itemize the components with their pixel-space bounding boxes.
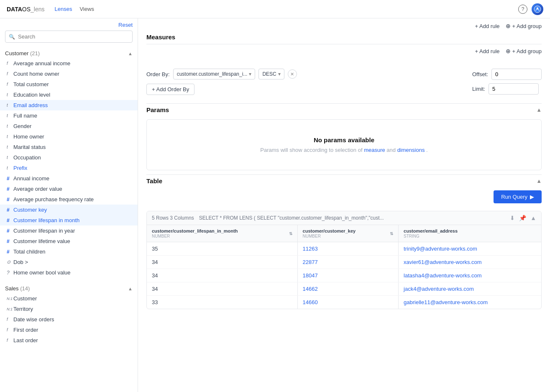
cell-lifespan: 34 — [147, 269, 297, 282]
nav-views[interactable]: Views — [79, 6, 94, 12]
item-type-icon: t — [7, 124, 11, 128]
brand-os: OS — [22, 6, 31, 13]
key-link[interactable]: 14662 — [303, 286, 318, 292]
sidebar-item[interactable]: # Average order value — [0, 184, 138, 194]
sidebar-item[interactable]: ? Home owner bool value — [0, 267, 138, 278]
order-field-select[interactable]: customer.customer_lifespan_i... ▾ — [173, 69, 256, 79]
sidebar-item[interactable]: f Date wise orders — [0, 314, 138, 325]
chevron-down-icon: ▾ — [249, 71, 251, 77]
sidebar-item[interactable]: # Average purchase frequency rate — [0, 194, 138, 205]
customer-chevron-icon: ▲ — [128, 51, 133, 56]
measures-add-group-button[interactable]: ⊕ + Add group — [506, 48, 542, 54]
email-link[interactable]: latasha4@adventure-works.com — [404, 272, 482, 279]
key-link[interactable]: 11263 — [303, 246, 318, 252]
right-panel: + Add rule ⊕ + Add group Measures + Add … — [138, 18, 550, 392]
cell-email: xavier61@adventure-works.com — [399, 256, 541, 269]
clear-order-button[interactable]: ✕ — [288, 69, 297, 79]
user-avatar[interactable] — [532, 3, 543, 15]
sales-section-header[interactable]: Sales (14) ▲ — [0, 282, 138, 293]
customer-section-header[interactable]: Customer (21) ▲ — [0, 47, 138, 58]
brand-logo: DATAOS_lens — [7, 6, 45, 13]
sidebar-item[interactable]: f Count home owner — [0, 69, 138, 79]
limit-input[interactable] — [489, 83, 539, 95]
params-sub-highlight: measure — [364, 147, 385, 153]
sidebar-item[interactable]: f Total customer — [0, 79, 138, 90]
sort-icon[interactable]: ⇅ — [289, 231, 292, 236]
reset-button[interactable]: Reset — [118, 22, 133, 28]
sidebar-item[interactable]: t Prefix — [0, 163, 138, 173]
sidebar-item[interactable]: # Total children — [0, 246, 138, 257]
add-group-label: + Add group — [512, 23, 542, 29]
nav-lenses[interactable]: Lenses — [55, 6, 72, 12]
cell-key: 14662 — [297, 282, 399, 296]
sidebar-item[interactable]: # Annual income — [0, 173, 138, 184]
email-link[interactable]: gabrielle11@adventure-works.com — [404, 299, 488, 305]
sidebar-item[interactable]: # Customer lifespan in month — [0, 215, 138, 225]
order-direction-select[interactable]: DESC ▾ — [258, 69, 284, 79]
sidebar-item-label: Date wise orders — [13, 316, 54, 323]
col-type-lifespan: NUMBER — [152, 234, 238, 238]
add-group-icon2: ⊕ — [506, 48, 511, 54]
add-order-button[interactable]: + Add Order By — [146, 84, 194, 95]
help-icon[interactable]: ? — [518, 5, 527, 14]
col-type-email: STRING — [404, 234, 458, 238]
table-body: 35 11263 trinity9@adventure-works.com 34… — [147, 242, 541, 309]
customer-count: (21) — [30, 50, 40, 56]
item-type-icon: t — [7, 134, 11, 139]
add-group-button[interactable]: ⊕ + Add group — [506, 23, 542, 29]
run-query-button[interactable]: Run Query ▶ — [494, 190, 542, 203]
item-type-icon: t — [7, 155, 11, 160]
cell-lifespan: 34 — [147, 282, 297, 296]
sidebar-item-label: Marital status — [13, 144, 46, 150]
sidebar-item-label: Average purchase frequency rate — [13, 196, 94, 202]
key-link[interactable]: 18047 — [303, 272, 318, 279]
sidebar-item[interactable]: ⊙ Dob > — [0, 257, 138, 267]
download-icon[interactable]: ⬇ — [510, 215, 515, 221]
measures-add-rule-button[interactable]: + Add rule — [475, 48, 500, 54]
cell-email: latasha4@adventure-works.com — [399, 269, 541, 282]
sidebar-item[interactable]: # Customer lifespan in year — [0, 225, 138, 236]
email-link[interactable]: jack4@adventure-works.com — [404, 286, 474, 292]
collapse-icon[interactable]: ▲ — [530, 215, 536, 221]
item-type-icon: # — [7, 249, 11, 255]
limit-label: Limit: — [472, 86, 485, 92]
sidebar-item[interactable]: t Marital status — [0, 142, 138, 152]
item-type-icon: f — [7, 82, 11, 87]
top-rule-bar: + Add rule ⊕ + Add group — [146, 18, 542, 32]
search-input[interactable] — [5, 31, 133, 43]
add-rule-button[interactable]: + Add rule — [475, 23, 500, 29]
params-section: Params ▲ No params available Params will… — [146, 103, 542, 170]
table-row: 35 11263 trinity9@adventure-works.com — [147, 242, 541, 256]
email-link[interactable]: trinity9@adventure-works.com — [404, 246, 477, 252]
sales-chevron-icon: ▲ — [128, 286, 133, 291]
sidebar-item[interactable]: N:1 Customer — [0, 293, 138, 304]
item-type-icon: N:1 — [7, 307, 11, 311]
key-link[interactable]: 14660 — [303, 299, 318, 305]
sidebar-item[interactable]: t Education level — [0, 90, 138, 100]
measures-section: Measures + Add rule ⊕ + Add group — [146, 32, 542, 57]
sidebar-item-label: Email address — [13, 102, 48, 108]
sidebar-item[interactable]: # Customer lifetime value — [0, 236, 138, 246]
table-meta-icons: ⬇ 📌 ▲ — [510, 215, 536, 221]
sidebar-item[interactable]: f First order — [0, 325, 138, 335]
email-link[interactable]: xavier61@adventure-works.com — [404, 259, 482, 265]
sidebar-item[interactable]: t Gender — [0, 121, 138, 131]
sidebar-item-label: Total customer — [13, 81, 49, 87]
sidebar-item[interactable]: t Full name — [0, 110, 138, 121]
sidebar-item[interactable]: # Customer key — [0, 205, 138, 215]
table-row: 34 14662 jack4@adventure-works.com — [147, 282, 541, 296]
pin-icon[interactable]: 📌 — [519, 215, 526, 221]
sidebar-item[interactable]: f Last order — [0, 335, 138, 346]
sidebar-item[interactable]: N:1 Territory — [0, 304, 138, 314]
sidebar-item-label: Home owner bool value — [13, 269, 71, 276]
topnav: DATAOS_lens Lenses Views ? — [0, 0, 550, 18]
sidebar-item[interactable]: t Occupation — [0, 152, 138, 163]
offset-input[interactable] — [491, 69, 542, 80]
key-link[interactable]: 22877 — [303, 259, 318, 265]
table-header: Table ▲ — [146, 174, 542, 187]
sidebar-item[interactable]: t Email address — [0, 100, 138, 110]
sort-icon2[interactable]: ⇅ — [390, 231, 393, 236]
sidebar-item[interactable]: f Average annual income — [0, 58, 138, 69]
item-type-icon: f — [7, 338, 11, 343]
sidebar-item[interactable]: t Home owner — [0, 131, 138, 142]
